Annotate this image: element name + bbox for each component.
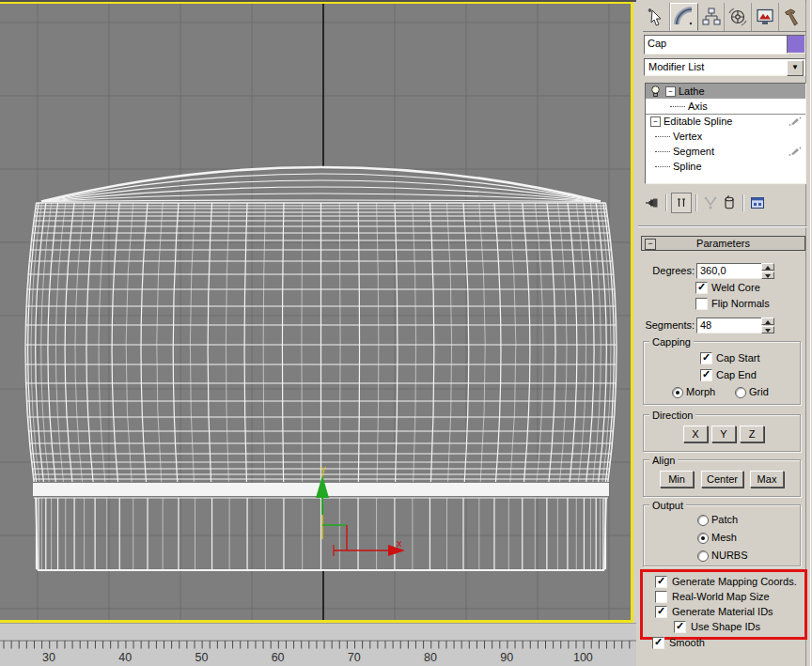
stack-item-segment[interactable]: Segment: [646, 144, 805, 159]
align-center-button[interactable]: Center: [701, 471, 743, 488]
track-bar-ruler[interactable]: 30405060708090100: [0, 623, 636, 666]
stack-toolbar: [643, 191, 806, 215]
degrees-label: Degrees:: [636, 265, 695, 276]
configure-modifier-sets-icon: [749, 194, 766, 211]
tree-branch: [655, 150, 670, 152]
smooth-label: Smooth: [669, 637, 705, 648]
make-unique-button[interactable]: [701, 194, 720, 212]
modifier-list-dropdown[interactable]: Modifier List ▼: [644, 58, 805, 76]
degrees-field[interactable]: 360,0: [696, 263, 763, 279]
stack-item-editable-spline[interactable]: − Editable Spline: [646, 114, 805, 129]
create-icon: [646, 7, 666, 27]
toolbar-separator: [665, 194, 667, 211]
command-panel-tabs: [643, 3, 806, 32]
generate-material-ids-label: Generate Material IDs: [672, 606, 773, 617]
grid-label: Grid: [749, 386, 769, 397]
real-world-map-size-checkbox[interactable]: [655, 591, 667, 603]
stack-item-label: Editable Spline: [664, 116, 732, 127]
modifier-list-label: Modifier List: [648, 61, 704, 72]
nurbs-radio[interactable]: [697, 550, 709, 562]
motion-icon: [727, 7, 748, 27]
svg-text:50: 50: [195, 651, 208, 664]
output-group-title: Output: [649, 500, 686, 511]
tab-modify[interactable]: [670, 3, 698, 31]
make-unique-icon: [702, 194, 719, 211]
lightbulb-icon[interactable]: [650, 85, 661, 98]
flip-normals-label: Flip Normals: [711, 298, 770, 309]
collapse-icon[interactable]: −: [665, 86, 676, 97]
patch-radio[interactable]: [697, 515, 709, 526]
capping-group-title: Capping: [649, 336, 694, 348]
stack-item-label: Lathe: [679, 85, 705, 97]
direction-group: Direction X Y Z: [643, 414, 801, 452]
segments-label: Segments:: [636, 319, 695, 331]
capping-group: Capping Cap Start Cap End Morph Grid: [643, 341, 801, 405]
cap-end-checkbox[interactable]: [700, 369, 712, 381]
modifier-stack: − Lathe Axis − Editable Spline Vertex Se…: [645, 83, 806, 184]
segments-spinner[interactable]: [761, 318, 774, 333]
pin-stack-button[interactable]: [643, 194, 662, 212]
direction-y-button[interactable]: Y: [711, 426, 736, 442]
smooth-checkbox[interactable]: [652, 637, 664, 649]
display-icon: [755, 7, 775, 27]
collapse-icon[interactable]: −: [650, 116, 661, 127]
show-end-result-icon: [674, 195, 689, 210]
degrees-spinner[interactable]: [761, 263, 774, 279]
generate-material-ids-checkbox[interactable]: [655, 606, 667, 618]
rollout-title: Parameters: [696, 238, 750, 249]
parameters-rollout-header[interactable]: − Parameters: [641, 236, 805, 251]
spinner-up-icon[interactable]: [761, 263, 774, 271]
modified-indicator-icon: [789, 116, 802, 126]
svg-text:30: 30: [42, 651, 55, 664]
nurbs-label: NURBS: [711, 550, 748, 561]
stack-item-vertex[interactable]: Vertex: [646, 129, 805, 144]
stack-item-label: Axis: [688, 101, 708, 112]
morph-radio[interactable]: [672, 387, 683, 398]
stack-item-spline[interactable]: Spline: [646, 159, 805, 174]
toolbar-separator: [695, 194, 697, 211]
object-color-swatch[interactable]: [787, 35, 805, 54]
use-shape-ids-checkbox[interactable]: [674, 621, 686, 633]
spinner-down-icon[interactable]: [761, 271, 774, 279]
direction-group-title: Direction: [649, 410, 695, 421]
pin-stack-icon: [644, 194, 661, 211]
weld-core-label: Weld Core: [711, 282, 760, 293]
cap-start-checkbox[interactable]: [700, 352, 712, 364]
segments-field[interactable]: 48: [696, 318, 763, 333]
tab-hierarchy[interactable]: [698, 3, 726, 31]
weld-core-checkbox[interactable]: [695, 282, 708, 294]
flip-normals-checkbox[interactable]: [695, 298, 708, 310]
direction-x-button[interactable]: X: [683, 426, 708, 442]
front-viewport[interactable]: yx: [0, 2, 633, 623]
svg-text:x: x: [397, 537, 402, 549]
tab-motion[interactable]: [725, 3, 752, 31]
direction-z-button[interactable]: Z: [740, 426, 764, 442]
hierarchy-icon: [701, 7, 722, 27]
cap-end-label: Cap End: [716, 369, 757, 380]
show-end-result-button[interactable]: [671, 193, 692, 213]
align-min-button[interactable]: Min: [660, 471, 694, 488]
collapse-icon[interactable]: −: [645, 239, 656, 250]
tree-branch: [670, 105, 685, 107]
configure-modifier-sets-button[interactable]: [748, 194, 767, 212]
svg-text:90: 90: [500, 651, 513, 664]
lathe-wireframe-scene: yx: [0, 4, 631, 620]
object-name-field[interactable]: Cap: [644, 35, 789, 54]
tab-utilities[interactable]: [779, 3, 806, 31]
chevron-down-icon[interactable]: ▼: [787, 60, 804, 76]
spinner-down-icon[interactable]: [761, 326, 774, 333]
align-max-button[interactable]: Max: [750, 471, 784, 488]
tab-create[interactable]: [643, 3, 670, 31]
tab-display[interactable]: [752, 3, 779, 31]
grid-radio[interactable]: [735, 387, 746, 398]
align-group-title: Align: [649, 455, 678, 466]
generate-mapping-coords-checkbox[interactable]: [655, 576, 667, 588]
command-panel: Cap Modifier List ▼ − Lathe Axis − Edita…: [636, 0, 812, 666]
mesh-radio[interactable]: [697, 533, 709, 544]
stack-item-axis[interactable]: Axis: [646, 99, 805, 114]
generate-mapping-coords-label: Generate Mapping Coords.: [672, 576, 797, 587]
annotation-highlight-box: Generate Mapping Coords. Real-World Map …: [640, 569, 807, 640]
spinner-up-icon[interactable]: [761, 318, 774, 325]
stack-item-lathe[interactable]: − Lathe: [646, 84, 805, 99]
remove-modifier-button[interactable]: [720, 194, 739, 212]
